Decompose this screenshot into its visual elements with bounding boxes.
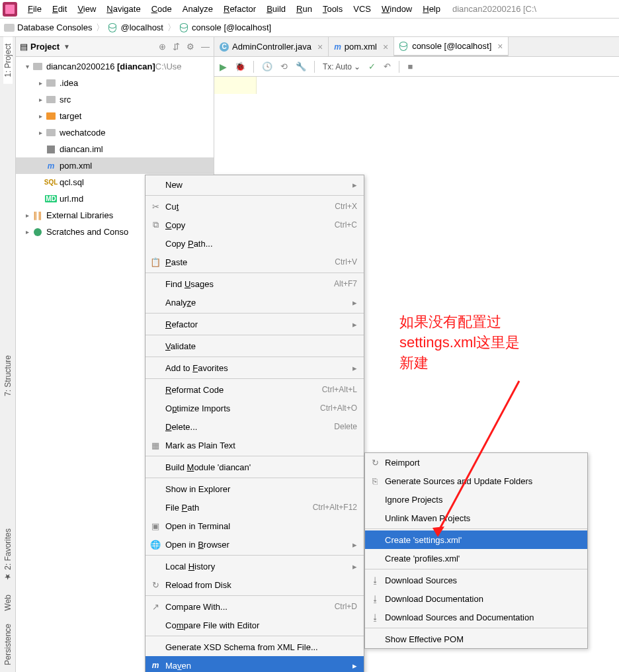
menu-item[interactable]: Copy Path...	[145, 234, 364, 253]
stop-icon[interactable]: ■	[407, 62, 413, 71]
app-icon	[3, 2, 17, 17]
menu-item[interactable]: Reformat CodeCtrl+Alt+L	[145, 380, 364, 399]
menu-item[interactable]: ⎘Generate Sources and Update Folders	[365, 472, 587, 490]
menu-tools[interactable]: Tools	[317, 0, 348, 19]
toolstrip-tab-structure[interactable]: 7: Structure	[3, 349, 13, 403]
menu-item[interactable]: Add to Favorites▸	[145, 358, 364, 377]
close-icon[interactable]: ×	[315, 42, 323, 52]
scroll-target-icon[interactable]: ⊕	[159, 42, 166, 52]
tx-mode-selector[interactable]: Tx: Auto ⌄	[323, 62, 360, 71]
toolstrip-tab-web[interactable]: Web	[3, 588, 13, 617]
menu-help[interactable]: Help	[417, 0, 446, 19]
menu-item[interactable]: New▸	[145, 175, 364, 194]
close-icon[interactable]: ×	[380, 42, 388, 52]
tree-item[interactable]: ▸wechatcode	[16, 124, 214, 141]
menu-item[interactable]: Unlink Maven Projects	[365, 509, 587, 527]
menu-item[interactable]: Build Module 'diancan'	[145, 458, 364, 476]
project-path-hint: diancan20200216 [C:\	[452, 4, 536, 14]
menu-item[interactable]: ⭳Download Sources	[365, 571, 587, 589]
menu-window[interactable]: Window	[376, 0, 417, 19]
toolstrip-tab-persistence[interactable]: Persistence	[3, 617, 13, 672]
menu-vcs[interactable]: VCS	[348, 0, 376, 19]
breadcrumb-part[interactable]: @localhost	[120, 22, 163, 32]
close-icon[interactable]: ×	[495, 41, 503, 52]
menu-build[interactable]: Build	[261, 0, 291, 19]
tree-item[interactable]: ▾diancan20200216 [diancan] C:\Use	[16, 58, 214, 75]
left-tool-strip: 1: Project 7: Structure ★ 2: Favorites W…	[0, 37, 16, 672]
tool-window-buttons: ⊕ ⇵ ⚙ —	[159, 42, 210, 52]
tree-item[interactable]: ▸src	[16, 91, 214, 108]
menu-item[interactable]: Analyze▸	[145, 293, 364, 312]
menu-item[interactable]: ▦Mark as Plain Text	[145, 436, 364, 454]
editor-tabs: CAdminController.java×mpom.xml×console […	[214, 37, 619, 57]
menu-navigate[interactable]: Navigate	[101, 0, 145, 19]
main-menu-bar: FileEditViewNavigateCodeAnalyzeRefactorB…	[0, 0, 619, 19]
menu-item[interactable]: 📋PasteCtrl+V	[145, 253, 364, 271]
menu-item[interactable]: Validate	[145, 337, 364, 355]
menu-item[interactable]: Find UsagesAlt+F7	[145, 274, 364, 293]
hide-icon[interactable]: —	[201, 42, 210, 52]
menu-item[interactable]: Delete...Delete	[145, 417, 364, 436]
editor-tab[interactable]: CAdminController.java×	[214, 37, 329, 56]
menu-item[interactable]: Local History▸	[145, 557, 364, 575]
menu-view[interactable]: View	[72, 0, 101, 19]
menu-item[interactable]: File PathCtrl+Alt+F12	[145, 498, 364, 517]
menu-item[interactable]: Refactor▸	[145, 315, 364, 333]
history-icon[interactable]: 🕓	[262, 62, 272, 71]
menu-run[interactable]: Run	[291, 0, 317, 19]
tree-item[interactable]: diancan.iml	[16, 141, 214, 157]
menu-item[interactable]: ⭳Download Documentation	[365, 589, 587, 608]
menu-item[interactable]: Show Effective POM	[365, 630, 587, 648]
menu-item[interactable]: ↻Reimport	[365, 453, 587, 472]
menu-item[interactable]: Create 'profiles.xml'	[365, 549, 587, 567]
datasource-icon	[108, 23, 118, 32]
tool-window-title[interactable]: Project	[30, 42, 60, 52]
tool-window-icon: ▤	[20, 42, 28, 52]
run-icon[interactable]: ▶	[220, 62, 227, 72]
breadcrumb-part[interactable]: console [@localhost]	[192, 22, 271, 32]
menu-item[interactable]: ↗Compare With...Ctrl+D	[145, 597, 364, 616]
menu-item[interactable]: mMaven▸	[145, 656, 364, 672]
menu-item[interactable]: Generate XSD Schema from XML File...	[145, 638, 364, 656]
tool-window-header: ▤ Project ▼ ⊕ ⇵ ⚙ —	[16, 37, 214, 57]
menu-code[interactable]: Code	[146, 0, 177, 19]
menu-item[interactable]: Optimize ImportsCtrl+Alt+O	[145, 399, 364, 417]
menu-item[interactable]: ⧉CopyCtrl+C	[145, 216, 364, 234]
toolstrip-tab-project[interactable]: 1: Project	[3, 37, 13, 84]
commit-icon[interactable]: ✓	[368, 62, 376, 71]
editor-tab[interactable]: console [@localhost]×	[394, 37, 509, 57]
menu-item[interactable]: ✂CutCtrl+X	[145, 197, 364, 216]
dropdown-icon[interactable]: ▼	[63, 43, 70, 50]
wrench-icon[interactable]: 🔧	[296, 62, 306, 71]
menu-refactor[interactable]: Refactor	[218, 0, 261, 19]
editor-body[interactable]	[214, 77, 619, 94]
menu-item[interactable]: Ignore Projects	[365, 490, 587, 509]
breadcrumb-sep: 〉	[95, 22, 106, 34]
gear-icon[interactable]: ⚙	[186, 42, 194, 52]
tree-item[interactable]: ▸target	[16, 108, 214, 124]
menu-item[interactable]: Compare File with Editor	[145, 616, 364, 634]
maven-submenu[interactable]: ↻Reimport⎘Generate Sources and Update Fo…	[364, 452, 588, 649]
rollback-icon[interactable]: ⟲	[280, 62, 288, 71]
console-toolbar: ▶ 🐞 🕓 ⟲ 🔧 Tx: Auto ⌄ ✓ ↶ ■	[214, 57, 619, 77]
menu-item[interactable]: Create 'settings.xml'	[365, 530, 587, 549]
breadcrumb-part[interactable]: Database Consoles	[17, 22, 92, 32]
undo-icon[interactable]: ↶	[384, 62, 391, 71]
menu-item[interactable]: ⭳Download Sources and Documentation	[365, 608, 587, 626]
explain-icon[interactable]: 🐞	[235, 62, 245, 71]
tree-item[interactable]: ▸.idea	[16, 75, 214, 91]
menu-edit[interactable]: Edit	[47, 0, 72, 19]
menu-item[interactable]: 🌐Open in Browser▸	[145, 535, 364, 554]
editor-tab[interactable]: mpom.xml×	[329, 37, 394, 56]
menu-item[interactable]: ↻Reload from Disk	[145, 575, 364, 594]
breadcrumb-sep: 〉	[166, 22, 177, 34]
context-menu[interactable]: New▸✂CutCtrl+X⧉CopyCtrl+CCopy Path...📋Pa…	[145, 175, 364, 672]
menu-item[interactable]: Show in Explorer	[145, 480, 364, 498]
menu-item[interactable]: ▣Open in Terminal	[145, 517, 364, 535]
menu-analyze[interactable]: Analyze	[177, 0, 218, 19]
menu-file[interactable]: File	[22, 0, 47, 19]
collapse-all-icon[interactable]: ⇵	[173, 42, 180, 52]
tree-item[interactable]: mpom.xml	[16, 157, 214, 174]
folder-icon	[4, 24, 15, 32]
toolstrip-tab-favorites[interactable]: ★ 2: Favorites	[3, 522, 13, 588]
